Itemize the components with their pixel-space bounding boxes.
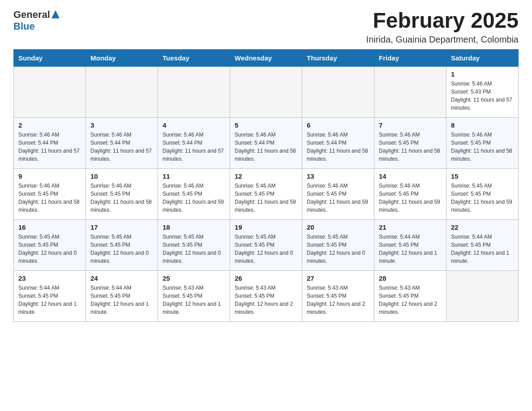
- day-info: Sunrise: 5:44 AM Sunset: 5:45 PM Dayligh…: [451, 233, 514, 265]
- day-number: 2: [18, 121, 81, 129]
- day-info: Sunrise: 5:46 AM Sunset: 5:45 PM Dayligh…: [18, 182, 81, 214]
- day-number: 9: [18, 172, 81, 180]
- calendar-cell: 2Sunrise: 5:46 AM Sunset: 5:44 PM Daylig…: [14, 117, 86, 168]
- calendar-week-row: 23Sunrise: 5:44 AM Sunset: 5:45 PM Dayli…: [14, 270, 519, 321]
- column-header-friday: Friday: [374, 49, 446, 66]
- calendar-cell: 4Sunrise: 5:46 AM Sunset: 5:44 PM Daylig…: [158, 117, 230, 168]
- calendar-cell: 26Sunrise: 5:43 AM Sunset: 5:45 PM Dayli…: [230, 270, 302, 321]
- calendar-cell: 1Sunrise: 5:46 AM Sunset: 5:43 PM Daylig…: [446, 66, 519, 117]
- calendar-cell: 12Sunrise: 5:46 AM Sunset: 5:45 PM Dayli…: [230, 168, 302, 219]
- calendar-cell: 14Sunrise: 5:46 AM Sunset: 5:45 PM Dayli…: [374, 168, 446, 219]
- calendar-cell: 20Sunrise: 5:45 AM Sunset: 5:45 PM Dayli…: [302, 219, 374, 270]
- day-number: 20: [307, 223, 369, 231]
- day-info: Sunrise: 5:43 AM Sunset: 5:45 PM Dayligh…: [307, 284, 369, 316]
- calendar-cell: [302, 66, 374, 117]
- day-info: Sunrise: 5:44 AM Sunset: 5:45 PM Dayligh…: [90, 284, 153, 316]
- day-number: 6: [307, 121, 369, 129]
- day-info: Sunrise: 5:45 AM Sunset: 5:45 PM Dayligh…: [18, 233, 81, 265]
- calendar-subtitle: Inirida, Guainia Department, Colombia: [366, 34, 519, 45]
- day-number: 8: [451, 121, 514, 129]
- calendar-cell: 24Sunrise: 5:44 AM Sunset: 5:45 PM Dayli…: [86, 270, 158, 321]
- calendar-cell: 22Sunrise: 5:44 AM Sunset: 5:45 PM Dayli…: [446, 219, 519, 270]
- calendar-cell: 7Sunrise: 5:46 AM Sunset: 5:45 PM Daylig…: [374, 117, 446, 168]
- day-number: 21: [379, 223, 442, 231]
- calendar-cell: 13Sunrise: 5:46 AM Sunset: 5:45 PM Dayli…: [302, 168, 374, 219]
- day-number: 18: [163, 223, 225, 231]
- calendar-week-row: 9Sunrise: 5:46 AM Sunset: 5:45 PM Daylig…: [14, 168, 519, 219]
- calendar-week-row: 2Sunrise: 5:46 AM Sunset: 5:44 PM Daylig…: [14, 117, 519, 168]
- svg-marker-0: [51, 10, 60, 18]
- calendar-cell: 9Sunrise: 5:46 AM Sunset: 5:45 PM Daylig…: [14, 168, 86, 219]
- day-info: Sunrise: 5:46 AM Sunset: 5:45 PM Dayligh…: [235, 182, 297, 214]
- calendar-cell: [158, 66, 230, 117]
- calendar-cell: 10Sunrise: 5:46 AM Sunset: 5:45 PM Dayli…: [86, 168, 158, 219]
- calendar-cell: 21Sunrise: 5:44 AM Sunset: 5:45 PM Dayli…: [374, 219, 446, 270]
- calendar-cell: 19Sunrise: 5:45 AM Sunset: 5:45 PM Dayli…: [230, 219, 302, 270]
- day-number: 15: [451, 172, 514, 180]
- day-number: 25: [163, 274, 225, 282]
- calendar-title: February 2025: [366, 9, 519, 33]
- calendar-cell: 6Sunrise: 5:46 AM Sunset: 5:44 PM Daylig…: [302, 117, 374, 168]
- column-header-monday: Monday: [86, 49, 158, 66]
- day-info: Sunrise: 5:46 AM Sunset: 5:45 PM Dayligh…: [163, 182, 225, 214]
- calendar-cell: 15Sunrise: 5:45 AM Sunset: 5:45 PM Dayli…: [446, 168, 519, 219]
- calendar-cell: 23Sunrise: 5:44 AM Sunset: 5:45 PM Dayli…: [14, 270, 86, 321]
- day-number: 19: [235, 223, 297, 231]
- day-number: 12: [235, 172, 297, 180]
- day-info: Sunrise: 5:46 AM Sunset: 5:45 PM Dayligh…: [451, 131, 514, 163]
- column-header-sunday: Sunday: [14, 49, 86, 66]
- day-info: Sunrise: 5:45 AM Sunset: 5:45 PM Dayligh…: [90, 233, 153, 265]
- day-info: Sunrise: 5:46 AM Sunset: 5:45 PM Dayligh…: [90, 182, 153, 214]
- day-info: Sunrise: 5:44 AM Sunset: 5:45 PM Dayligh…: [18, 284, 81, 316]
- calendar-table: SundayMondayTuesdayWednesdayThursdayFrid…: [13, 49, 519, 322]
- calendar-cell: [14, 66, 86, 117]
- logo-triangle-icon: [51, 10, 60, 20]
- page-header: General Blue February 2025 Inirida, Guai…: [13, 9, 519, 45]
- day-number: 26: [235, 274, 297, 282]
- calendar-cell: 28Sunrise: 5:43 AM Sunset: 5:45 PM Dayli…: [374, 270, 446, 321]
- calendar-cell: 11Sunrise: 5:46 AM Sunset: 5:45 PM Dayli…: [158, 168, 230, 219]
- calendar-cell: 3Sunrise: 5:46 AM Sunset: 5:44 PM Daylig…: [86, 117, 158, 168]
- calendar-cell: [230, 66, 302, 117]
- calendar-cell: 8Sunrise: 5:46 AM Sunset: 5:45 PM Daylig…: [446, 117, 519, 168]
- day-number: 23: [18, 274, 81, 282]
- logo-blue-text: Blue: [13, 21, 35, 32]
- column-header-wednesday: Wednesday: [230, 49, 302, 66]
- day-info: Sunrise: 5:43 AM Sunset: 5:45 PM Dayligh…: [379, 284, 442, 316]
- calendar-cell: 5Sunrise: 5:46 AM Sunset: 5:44 PM Daylig…: [230, 117, 302, 168]
- day-info: Sunrise: 5:45 AM Sunset: 5:45 PM Dayligh…: [307, 233, 369, 265]
- day-number: 1: [451, 70, 514, 78]
- calendar-cell: [86, 66, 158, 117]
- calendar-cell: [374, 66, 446, 117]
- day-info: Sunrise: 5:46 AM Sunset: 5:43 PM Dayligh…: [451, 80, 514, 112]
- day-number: 10: [90, 172, 153, 180]
- day-number: 4: [163, 121, 225, 129]
- column-header-thursday: Thursday: [302, 49, 374, 66]
- day-info: Sunrise: 5:46 AM Sunset: 5:44 PM Dayligh…: [163, 131, 225, 163]
- day-number: 16: [18, 223, 81, 231]
- day-number: 3: [90, 121, 153, 129]
- day-info: Sunrise: 5:45 AM Sunset: 5:45 PM Dayligh…: [163, 233, 225, 265]
- day-number: 7: [379, 121, 442, 129]
- calendar-week-row: 1Sunrise: 5:46 AM Sunset: 5:43 PM Daylig…: [14, 66, 519, 117]
- calendar-cell: [446, 270, 519, 321]
- day-number: 5: [235, 121, 297, 129]
- day-info: Sunrise: 5:46 AM Sunset: 5:45 PM Dayligh…: [307, 182, 369, 214]
- column-header-tuesday: Tuesday: [158, 49, 230, 66]
- day-info: Sunrise: 5:46 AM Sunset: 5:44 PM Dayligh…: [235, 131, 297, 163]
- day-number: 13: [307, 172, 369, 180]
- day-number: 28: [379, 274, 442, 282]
- day-number: 11: [163, 172, 225, 180]
- day-info: Sunrise: 5:43 AM Sunset: 5:45 PM Dayligh…: [235, 284, 297, 316]
- day-info: Sunrise: 5:45 AM Sunset: 5:45 PM Dayligh…: [235, 233, 297, 265]
- day-number: 17: [90, 223, 153, 231]
- calendar-title-block: February 2025 Inirida, Guainia Departmen…: [366, 9, 519, 45]
- calendar-week-row: 16Sunrise: 5:45 AM Sunset: 5:45 PM Dayli…: [14, 219, 519, 270]
- logo: General Blue: [13, 9, 60, 32]
- calendar-cell: 16Sunrise: 5:45 AM Sunset: 5:45 PM Dayli…: [14, 219, 86, 270]
- day-info: Sunrise: 5:45 AM Sunset: 5:45 PM Dayligh…: [451, 182, 514, 214]
- day-info: Sunrise: 5:44 AM Sunset: 5:45 PM Dayligh…: [379, 233, 442, 265]
- day-info: Sunrise: 5:43 AM Sunset: 5:45 PM Dayligh…: [163, 284, 225, 316]
- calendar-cell: 27Sunrise: 5:43 AM Sunset: 5:45 PM Dayli…: [302, 270, 374, 321]
- day-info: Sunrise: 5:46 AM Sunset: 5:44 PM Dayligh…: [307, 131, 369, 163]
